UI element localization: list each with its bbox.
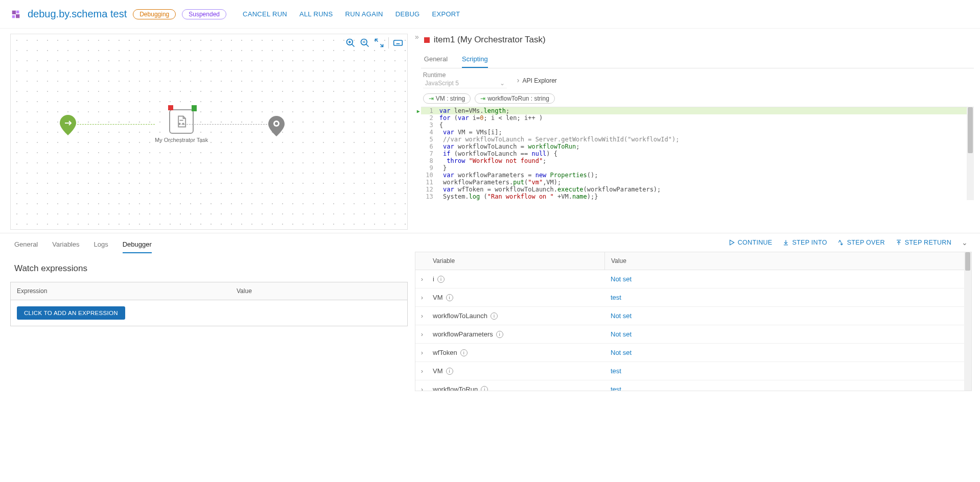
label: STEP OVER (847, 239, 885, 246)
expand-row-icon[interactable]: › (415, 275, 429, 283)
variable-row[interactable]: ›wfToken iNot set (415, 344, 971, 362)
info-icon[interactable]: i (491, 312, 498, 320)
workflow-title: debug.by.schema test (28, 8, 127, 20)
debug-panel: CONTINUE STEP INTO STEP OVER STEP RETURN… (411, 233, 980, 391)
add-expression-button[interactable]: CLICK TO ADD AN EXPRESSION (17, 306, 125, 320)
btab-variables[interactable]: Variables (52, 238, 79, 253)
variable-row[interactable]: ›i iNot set (415, 270, 971, 288)
running-marker-icon (192, 105, 195, 111)
item-header: item1 (My Orchestrator Task) (421, 31, 974, 52)
status-badge-suspended: Suspended (182, 9, 226, 19)
expand-row-icon[interactable]: › (415, 367, 429, 375)
variable-name: workflowToLaunch i (429, 307, 604, 325)
expand-row-icon[interactable]: › (415, 349, 429, 356)
export-button[interactable]: EXPORT (432, 10, 460, 18)
col-value: Value (604, 252, 971, 270)
step-into-button[interactable]: STEP INTO (782, 239, 827, 246)
bottom-tabs: General Variables Logs Debugger (10, 235, 156, 253)
tab-general[interactable]: General (424, 52, 448, 68)
variable-row[interactable]: ›VM itest (415, 288, 971, 307)
variable-row[interactable]: ›workflowParameters iNot set (415, 325, 971, 344)
variable-row[interactable]: ›workflowToRun itest (415, 380, 971, 391)
variables-scrollbar[interactable] (964, 252, 971, 391)
variable-value: test (604, 362, 971, 380)
watch-heading: Watch expressions (10, 255, 408, 282)
label: STEP INTO (792, 239, 827, 246)
expand-row-icon[interactable]: › (415, 312, 429, 320)
collapse-right-icon[interactable]: » (413, 31, 421, 230)
connector-1 (77, 124, 155, 125)
btab-logs[interactable]: Logs (94, 238, 108, 253)
watch-panel: General Variables Logs Debugger Watch ex… (10, 233, 408, 391)
svg-rect-2 (12, 15, 15, 18)
variable-name: i i (429, 270, 604, 288)
info-icon[interactable]: i (481, 386, 488, 392)
item-title: item1 (My Orchestrator Task) (434, 35, 546, 45)
step-return-button[interactable]: STEP RETURN (895, 239, 951, 246)
info-icon[interactable]: i (460, 349, 468, 356)
variable-value: Not set (604, 344, 971, 362)
variable-name: VM i (429, 288, 604, 306)
variable-name: workflowParameters i (429, 325, 604, 343)
col-variable: Variable (415, 252, 604, 270)
variable-name: wfToken i (429, 344, 604, 362)
param-pills: ⇥VM : string ⇥workflowToRun : string (421, 91, 974, 107)
top-actions: CANCEL RUN ALL RUNS RUN AGAIN DEBUG EXPO… (243, 10, 460, 18)
connector-2 (181, 124, 267, 125)
runtime-select[interactable]: JavaScript 5 ⌄ (423, 79, 507, 88)
btab-general[interactable]: General (14, 238, 38, 253)
execution-pointer-icon: ▶ (417, 108, 420, 114)
runtime-row: Runtime JavaScript 5 ⌄ API Explorer (421, 68, 974, 91)
top-header: debug.by.schema test Debugging Suspended… (0, 0, 980, 29)
chevron-down-icon: ⌄ (500, 80, 505, 87)
variable-row[interactable]: ›workflowToLaunch iNot set (415, 307, 971, 325)
variables-table-head: Variable Value (415, 252, 971, 270)
main-row: My Orchestrator Task » item1 (My Orchest… (0, 29, 980, 230)
cancel-run-button[interactable]: CANCEL RUN (243, 10, 287, 18)
info-icon[interactable]: i (446, 368, 453, 375)
tab-scripting[interactable]: Scripting (462, 52, 488, 68)
run-again-button[interactable]: RUN AGAIN (345, 10, 383, 18)
collapse-debug-icon[interactable]: ⌄ (962, 238, 968, 247)
info-icon[interactable]: i (496, 331, 503, 338)
status-badge-debugging: Debugging (133, 9, 176, 19)
input-arrow-icon: ⇥ (429, 95, 434, 102)
variable-row[interactable]: ›VM itest (415, 362, 971, 380)
debug-button[interactable]: DEBUG (395, 10, 420, 18)
svg-rect-0 (12, 10, 16, 14)
step-over-button[interactable]: STEP OVER (837, 239, 885, 246)
variable-value: test (604, 380, 971, 391)
param-pill-vm[interactable]: ⇥VM : string (423, 93, 471, 104)
end-node[interactable] (268, 116, 285, 136)
expand-row-icon[interactable]: › (415, 294, 429, 301)
runtime-label: Runtime (423, 71, 507, 79)
variable-value: Not set (604, 307, 971, 325)
all-runs-button[interactable]: ALL RUNS (299, 10, 333, 18)
svg-marker-21 (730, 240, 734, 245)
code-editor[interactable]: ▶ 1var len=VMs.length; 2for (var i=0; i … (421, 107, 974, 200)
expand-row-icon[interactable]: › (415, 330, 429, 338)
code-scrollbar[interactable] (967, 107, 974, 200)
task-node[interactable]: My Orchestrator Task (155, 109, 208, 143)
btab-debugger[interactable]: Debugger (123, 238, 152, 253)
api-explorer-link[interactable]: API Explorer (517, 76, 557, 84)
detail-pane: » item1 (My Orchestrator Task) General S… (411, 29, 980, 230)
param-label: VM : string (436, 95, 465, 102)
label: CONTINUE (738, 239, 773, 246)
workflow-canvas[interactable]: My Orchestrator Task (10, 34, 408, 230)
svg-point-20 (275, 122, 278, 125)
continue-button[interactable]: CONTINUE (728, 239, 773, 246)
info-icon[interactable]: i (446, 294, 453, 301)
breakpoint-marker-icon (168, 105, 173, 110)
variable-name: workflowToRun i (429, 380, 604, 391)
svg-rect-3 (16, 14, 19, 18)
start-node[interactable] (60, 115, 76, 135)
param-label: workflowToRun : string (487, 95, 549, 102)
info-icon[interactable]: i (437, 276, 445, 283)
variable-value: Not set (604, 325, 971, 343)
variables-table: Variable Value ›i iNot set›VM itest›work… (415, 252, 972, 391)
expand-row-icon[interactable]: › (415, 385, 429, 391)
param-pill-workflow[interactable]: ⇥workflowToRun : string (475, 93, 555, 104)
variable-value: Not set (604, 270, 971, 288)
label: STEP RETURN (905, 239, 951, 246)
